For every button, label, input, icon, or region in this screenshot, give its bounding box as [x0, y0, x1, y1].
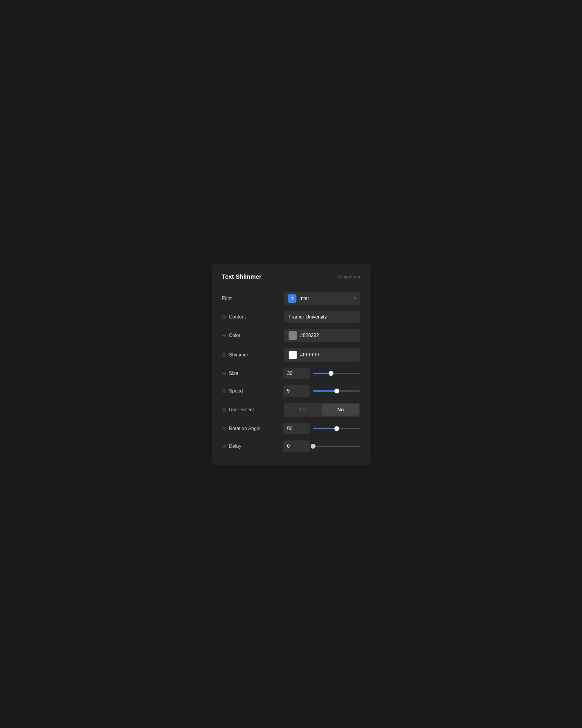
content-label-text: Content	[229, 314, 246, 320]
rotation-angle-label-text: Rotation Angle	[229, 426, 260, 431]
delay-slider[interactable]	[313, 446, 360, 447]
content-input[interactable]	[284, 311, 360, 323]
user-select-control: Yes No	[284, 403, 360, 417]
rotation-angle-slider[interactable]	[313, 428, 360, 429]
delay-input[interactable]	[283, 440, 310, 452]
color-label-text: Color	[229, 333, 240, 338]
row-delay: ⊕ Delay	[222, 437, 360, 455]
size-control	[283, 368, 360, 379]
content-plus-icon[interactable]: ⊕	[222, 314, 226, 320]
speed-label-text: Speed	[229, 388, 243, 394]
font-clear-button[interactable]: ×	[354, 296, 357, 301]
panel-header: Text Shimmer Component	[222, 273, 360, 280]
user-select-label: ⊕ User Select	[222, 407, 254, 413]
delay-plus-icon[interactable]: ⊕	[222, 443, 226, 449]
font-name-label: Inter	[300, 296, 351, 301]
size-plus-icon[interactable]: ⊕	[222, 370, 226, 377]
color-control: #828282	[284, 329, 360, 342]
shimmer-swatch	[288, 350, 297, 359]
properties-panel: Text Shimmer Component Font T Inter × ⊕ …	[212, 264, 370, 465]
rotation-angle-input[interactable]	[283, 423, 310, 434]
shimmer-control: #FFFFFF	[284, 348, 360, 362]
font-label-text: Font	[222, 296, 231, 301]
row-rotation-angle: ⊕ Rotation Angle	[222, 420, 360, 437]
rotation-angle-label: ⊕ Rotation Angle	[222, 425, 260, 432]
row-content: ⊕ Content	[222, 308, 360, 326]
user-select-plus-icon[interactable]: ⊕	[222, 407, 226, 413]
shimmer-picker[interactable]: #FFFFFF	[284, 348, 360, 362]
user-select-label-text: User Select	[229, 407, 254, 413]
color-picker[interactable]: #828282	[284, 329, 360, 342]
user-select-no[interactable]: No	[322, 404, 359, 416]
row-font: Font T Inter ×	[222, 289, 360, 308]
size-label-text: Size	[229, 371, 238, 376]
row-size: ⊕ Size	[222, 365, 360, 382]
row-speed: ⊕ Speed	[222, 382, 360, 400]
delay-label: ⊕ Delay	[222, 443, 241, 449]
shimmer-label: ⊕ Shimmer	[222, 352, 248, 358]
size-input[interactable]	[283, 368, 310, 379]
row-user-select: ⊕ User Select Yes No	[222, 400, 360, 420]
speed-input[interactable]	[283, 385, 310, 397]
panel-badge: Component	[336, 274, 360, 279]
color-plus-icon[interactable]: ⊕	[222, 332, 226, 339]
rotation-angle-control	[283, 423, 360, 434]
speed-control	[283, 385, 360, 397]
color-swatch	[288, 331, 297, 340]
shimmer-plus-icon[interactable]: ⊕	[222, 352, 226, 358]
size-label: ⊕ Size	[222, 370, 238, 377]
shimmer-label-text: Shimmer	[229, 352, 248, 358]
row-shimmer: ⊕ Shimmer #FFFFFF	[222, 345, 360, 365]
content-label: ⊕ Content	[222, 314, 246, 320]
user-select-yes[interactable]: Yes	[284, 404, 321, 416]
content-control	[284, 311, 360, 323]
panel-title: Text Shimmer	[222, 273, 261, 280]
shimmer-hex-value: #FFFFFF	[300, 352, 321, 358]
speed-label: ⊕ Speed	[222, 388, 243, 394]
user-select-toggle: Yes No	[284, 403, 360, 417]
size-slider[interactable]	[313, 373, 360, 374]
speed-slider[interactable]	[313, 390, 360, 392]
font-control: T Inter ×	[284, 292, 360, 305]
row-color: ⊕ Color #828282	[222, 326, 360, 345]
font-type-icon: T	[288, 294, 297, 303]
speed-plus-icon[interactable]: ⊕	[222, 388, 226, 394]
color-label: ⊕ Color	[222, 332, 240, 339]
delay-control	[283, 440, 360, 452]
rotation-plus-icon[interactable]: ⊕	[222, 425, 226, 432]
delay-label-text: Delay	[229, 443, 241, 449]
font-label: Font	[222, 296, 231, 301]
font-select[interactable]: T Inter ×	[284, 292, 360, 305]
color-hex-value: #828282	[300, 333, 319, 338]
